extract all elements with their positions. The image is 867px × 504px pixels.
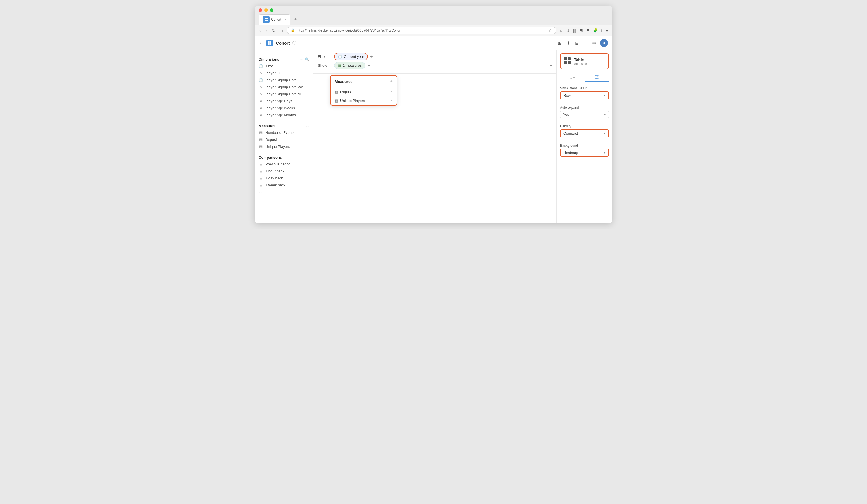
filter-chip-current-year[interactable]: 🕐 Current year [334, 53, 368, 60]
filter-add-button[interactable]: + [370, 54, 373, 59]
sidebar-item-previous-period[interactable]: ⊟ Previous period [255, 161, 313, 168]
bookmark-icon[interactable]: ☆ [548, 28, 552, 33]
deposit-remove-button[interactable]: × [390, 90, 393, 94]
new-tab-button[interactable]: + [291, 15, 300, 24]
background-select[interactable]: Heatmap ▾ [560, 149, 609, 157]
sidebar-item-player-age-weeks[interactable]: # Player Age Weeks [255, 105, 313, 111]
right-panel-tab-sort[interactable] [560, 73, 585, 82]
content-area: Filter 🕐 Current year + Show ▦ 2 measure… [313, 50, 556, 223]
app-back-button[interactable]: ← [259, 41, 264, 45]
dimensions-section-header: Dimensions ··· 🔍 [255, 56, 313, 63]
unique-players-measure-label: Unique Players [340, 99, 388, 103]
tab-close-button[interactable]: × [285, 18, 286, 21]
back-button[interactable]: ‹ [258, 28, 262, 33]
sidebar-item-age-weeks-label: Player Age Weeks [265, 106, 295, 110]
comparison-icon-2: ⊟ [259, 169, 263, 173]
measures-more-button[interactable]: ··· [306, 124, 309, 128]
sidebar-item-1-hour-back[interactable]: ⊟ 1 hour back [255, 168, 313, 175]
download-icon[interactable]: ⬇ [566, 28, 571, 33]
auto-expand-arrow: ▾ [604, 112, 606, 116]
url-bar[interactable]: 🔒 https://hellmar-becker.app.imply.io/pi… [287, 27, 556, 34]
show-measures-chip[interactable]: ▦ 2 measures [334, 62, 365, 69]
sidebar-item-player-id[interactable]: A Player ID [255, 69, 313, 77]
density-arrow: ▾ [604, 131, 606, 135]
measures-actions: ··· [306, 124, 309, 128]
sidebar-item-player-age-days[interactable]: # Player Age Days [255, 97, 313, 105]
show-add-button[interactable]: + [367, 63, 370, 68]
measures-item-unique-players[interactable]: ▦ Unique Players × [331, 96, 397, 105]
share-icon[interactable]: ⊟ [574, 40, 580, 47]
filter-row: Filter 🕐 Current year + [318, 53, 552, 60]
history-icon[interactable]: ||| [572, 28, 577, 33]
sidebar-item-player-age-months[interactable]: # Player Age Months [255, 111, 313, 118]
dimensions-title: Dimensions [259, 57, 279, 62]
setting-auto-expand: Auto expand Yes ▾ [560, 106, 609, 118]
auto-expand-select[interactable]: Yes ▾ [560, 111, 609, 118]
viz-name: Table [574, 57, 589, 62]
grid-icon[interactable]: ⊟ [586, 28, 590, 33]
sidebar-item-unique-players[interactable]: ▦ Unique Players [255, 143, 313, 150]
minimize-traffic-light[interactable] [264, 8, 268, 12]
sidebar-item-previous-period-label: Previous period [265, 162, 290, 166]
sidebar-item-more[interactable]: ··· [255, 189, 313, 195]
reload-button[interactable]: ↻ [271, 28, 277, 33]
auto-expand-label: Auto expand [560, 106, 609, 109]
text-icon-1: A [259, 71, 263, 75]
bookmark-manager-icon[interactable]: ☆ [559, 28, 564, 33]
svg-point-12 [596, 75, 596, 76]
sidebar-item-deposit-label: Deposit [265, 138, 278, 142]
security-icon: 🔒 [291, 29, 295, 32]
show-row: Show ▦ 2 measures + ▾ [318, 62, 552, 69]
forward-button[interactable]: › [265, 28, 269, 33]
sidebar-item-player-signup-date[interactable]: 🕐 Player Signup Date [255, 77, 313, 84]
unique-players-remove-button[interactable]: × [390, 99, 393, 103]
density-label: Density [560, 124, 609, 128]
show-measures-in-select[interactable]: Row ▾ [560, 92, 609, 99]
menu-icon[interactable]: ≡ [605, 28, 609, 33]
setting-background: Background Heatmap ▾ [560, 143, 609, 157]
maximize-traffic-light[interactable] [270, 8, 274, 12]
viz-sub: Auto select [574, 62, 589, 65]
dimensions-more-button[interactable]: ··· [300, 57, 303, 62]
sidebar-item-1-week-back[interactable]: ⊟ 1 week back [255, 182, 313, 189]
sidebar-item-player-id-label: Player ID [265, 71, 280, 75]
sidebar-item-number-of-events[interactable]: ▦ Number of Events [255, 129, 313, 136]
svg-rect-7 [270, 43, 271, 45]
density-select[interactable]: Compact ▾ [560, 129, 609, 138]
comparisons-section-header: Comparisons [255, 154, 313, 161]
sidebar: Dimensions ··· 🔍 🕐 Time A Player ID 🕐 [255, 50, 313, 223]
show-expand-button[interactable]: ▾ [550, 63, 552, 68]
dimensions-search-button[interactable]: 🔍 [305, 57, 309, 62]
info-icon[interactable]: ⓘ [292, 41, 296, 45]
sidebar-divider-1 [255, 120, 313, 120]
measures-item-deposit[interactable]: ▦ Deposit × [331, 87, 397, 96]
show-measures-in-value: Row [564, 93, 571, 97]
download-header-icon[interactable]: ⬇ [565, 40, 571, 47]
unique-players-measure-icon: ▦ [335, 99, 338, 103]
right-panel-tab-settings[interactable] [585, 73, 609, 82]
layout-icon[interactable]: ⊞ [557, 40, 563, 47]
extensions-icon[interactable]: 🧩 [592, 28, 599, 33]
edit-button[interactable]: ✏ [591, 40, 597, 47]
close-traffic-light[interactable] [259, 8, 262, 12]
background-label: Background [560, 143, 609, 148]
profile-icon[interactable]: ℹ [600, 28, 603, 33]
browser-tab-cohort[interactable]: Cohort × [259, 14, 290, 24]
measures-dropdown: Measures + ▦ Deposit × ▦ Unique Players … [330, 75, 397, 106]
sidebar-item-1-hour-label: 1 hour back [265, 169, 284, 173]
viz-card-table[interactable]: Table Auto select [560, 53, 609, 69]
sidebar-item-deposit[interactable]: ▦ Deposit [255, 136, 313, 143]
split-view-icon[interactable]: ⊞ [579, 28, 584, 33]
sidebar-item-time[interactable]: 🕐 Time [255, 63, 313, 69]
more-options-button[interactable]: ··· [583, 40, 589, 47]
sidebar-item-unique-players-label: Unique Players [265, 144, 290, 149]
title-bar: Cohort × + [255, 6, 612, 25]
user-avatar[interactable]: U [600, 39, 608, 47]
setting-show-measures-in: Show measures in Row ▾ [560, 86, 609, 99]
sidebar-item-signup-date-we-label: Player Signup Date We... [265, 85, 306, 89]
sidebar-item-1-day-back[interactable]: ⊟ 1 day back [255, 175, 313, 182]
measures-dropdown-add-button[interactable]: + [390, 78, 393, 84]
home-button[interactable]: ⌂ [279, 28, 284, 33]
sidebar-item-player-signup-date-we[interactable]: A Player Signup Date We... [255, 84, 313, 90]
sidebar-item-player-signup-date-m[interactable]: A Player Signup Date M... [255, 90, 313, 97]
